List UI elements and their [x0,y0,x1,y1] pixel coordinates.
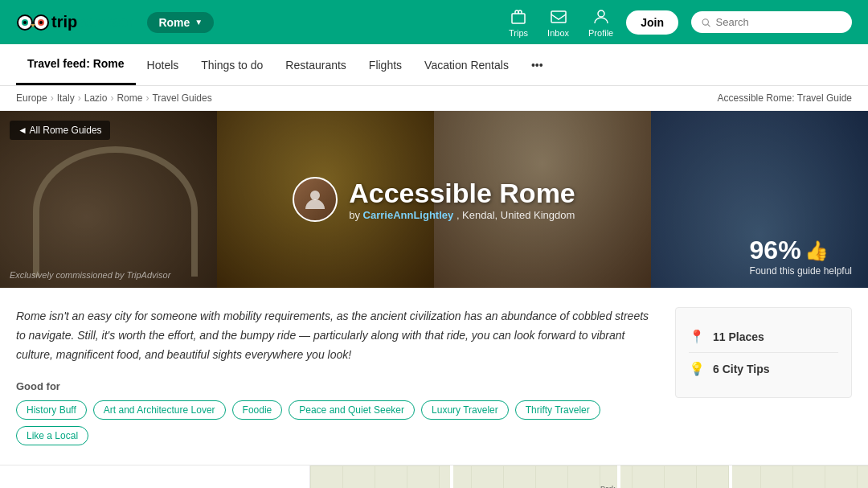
site-header: tripadvisor Rome ▼ Trips Inbox [0,0,868,44]
profile-label: Profile [588,28,613,38]
svg-point-6 [23,21,27,24]
breadcrumb-right-text: Accessible Rome: Travel Guide [718,92,852,104]
map-section[interactable]: Musei Vaticani Supreme CourtCorte Suprem… [310,465,868,488]
breadcrumb-sep-4: › [145,92,149,104]
breadcrumb-europe[interactable]: Europe [16,92,47,104]
commissioned-label: Exclusively commissioned by TripAdvisor [10,270,170,280]
tag-foodie[interactable]: Foodie [232,400,283,420]
nav-travel-feed[interactable]: Travel feed: Rome [16,44,136,85]
pin-icon: 📍 [689,329,705,344]
all-guides-button[interactable]: ◄ All Rome Guides [10,121,110,140]
nav-things-to-do[interactable]: Things to do [190,46,274,84]
map-road-v1 [450,465,453,488]
tag-luxury[interactable]: Luxury Traveler [421,400,509,420]
content-right-sidebar: 📍 11 Places 💡 6 City Tips [675,307,852,398]
trips-label: Trips [509,28,528,38]
author-link[interactable]: CarrieAnnLightley [363,209,454,221]
trips-nav[interactable]: Trips [509,7,528,38]
content-left: Rome isn't an easy city for someone with… [16,307,656,445]
sidebar-tips[interactable]: 💡 6 City Tips [689,353,838,384]
breadcrumb-lazio[interactable]: Lazio [84,92,108,104]
svg-line-12 [708,24,710,27]
thumbs-up-icon: 👍 [805,240,829,262]
svg-point-7 [39,21,43,24]
tag-history-buff[interactable]: History Buff [16,400,87,420]
places-count: 11 Places [713,330,764,343]
profile-nav[interactable]: Profile [588,7,613,38]
bulb-icon: 💡 [689,361,705,376]
breadcrumb-travel-guides[interactable]: Travel Guides [152,92,211,104]
breadcrumb: Europe › Italy › Lazio › Rome › Travel G… [16,92,212,104]
tripadvisor-logo[interactable]: tripadvisor [16,11,134,34]
tag-peace-quiet[interactable]: Peace and Quiet Seeker [289,400,415,420]
nav-vacation-rentals[interactable]: Vacation Rentals [413,46,520,84]
breadcrumb-rome[interactable]: Rome [117,92,142,104]
hero-section: Accessible Rome by CarrieAnnLightley , K… [0,111,868,288]
guide-title: Accessible Rome [349,178,575,209]
navigation-bar: Travel feed: Rome Hotels Things to do Re… [0,44,868,86]
map-road-v3 [729,465,732,488]
breadcrumb-sep-3: › [110,92,113,104]
svg-point-10 [598,10,604,17]
inbox-nav[interactable]: Inbox [547,7,569,38]
tag-thrifty[interactable]: Thrifty Traveler [515,400,600,420]
helpful-percentage: 96% 👍 [750,236,852,265]
guide-author-line: by CarrieAnnLightley , Kendal, United Ki… [349,209,575,221]
hero-title-block: Accessible Rome by CarrieAnnLightley , K… [349,178,575,221]
tag-local[interactable]: Like a Local [16,426,88,445]
trips-icon [509,7,528,27]
main-content: Rome isn't an easy city for someone with… [0,288,868,465]
svg-rect-9 [551,11,566,23]
sidebar-places[interactable]: 📍 11 Places [689,321,838,353]
tag-art-architecture[interactable]: Art and Architecture Lover [93,400,226,420]
tips-count: 6 City Tips [713,363,770,375]
svg-point-13 [310,191,320,200]
inbox-icon [549,7,568,27]
print-section: Print [0,465,310,488]
bottom-area: Print Musei Vaticani Supreme CourtCorte … [0,465,868,488]
nav-more[interactable]: ••• [520,46,555,84]
breadcrumb-sep-1: › [51,92,54,104]
svg-point-11 [702,18,708,24]
join-button[interactable]: Join [626,10,678,35]
helpful-block: 96% 👍 Found this guide helpful [750,236,852,277]
header-icons: Trips Inbox Profile [509,7,613,38]
city-label: Rome [158,16,190,29]
good-for-label: Good for [16,380,656,392]
nav-flights[interactable]: Flights [358,46,413,84]
helpful-label: Found this guide helpful [750,265,852,277]
avatar [293,177,338,222]
search-input[interactable] [716,16,842,28]
author-location: , Kendal, United Kingdom [457,209,575,221]
hero-overlay: Accessible Rome by CarrieAnnLightley , K… [0,111,868,288]
guide-description: Rome isn't an easy city for someone with… [16,307,656,364]
owl-icon [16,11,50,34]
breadcrumb-sep-2: › [78,92,81,104]
nav-restaurants[interactable]: Restaurants [274,46,357,84]
inbox-label: Inbox [547,28,569,38]
breadcrumb-italy[interactable]: Italy [57,92,75,104]
breadcrumb-bar: Europe › Italy › Lazio › Rome › Travel G… [0,86,868,111]
search-bar [691,11,852,33]
search-icon [701,17,711,28]
map-label-park: ParkVilla Borghese [600,485,647,488]
nav-hotels[interactable]: Hotels [136,46,190,84]
city-selector[interactable]: Rome ▼ [147,12,214,33]
profile-icon [592,7,611,27]
hero-author-block: Accessible Rome by CarrieAnnLightley , K… [293,177,575,222]
tags-container: History Buff Art and Architecture Lover … [16,400,656,445]
dropdown-arrow-icon: ▼ [194,18,203,27]
author-prefix: by [349,209,360,221]
svg-rect-8 [512,14,525,23]
